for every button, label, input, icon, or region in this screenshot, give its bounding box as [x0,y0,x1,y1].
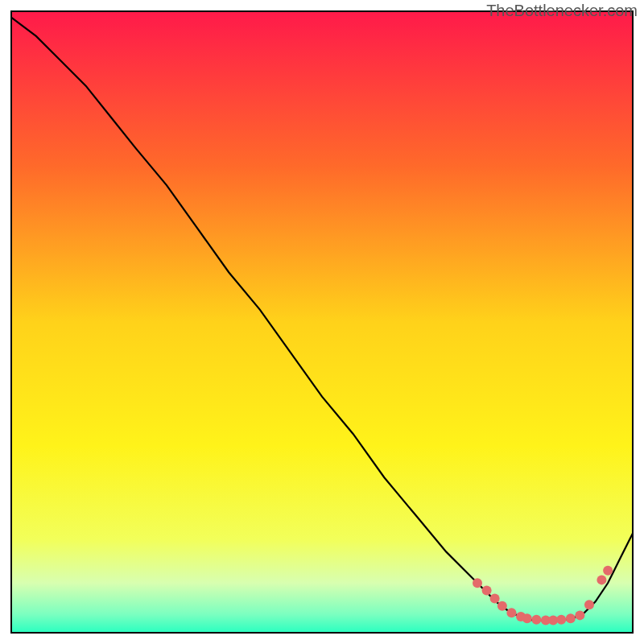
data-marker [473,578,482,588]
data-marker [482,586,492,596]
data-marker [603,566,613,576]
data-marker [490,594,500,604]
data-marker [597,575,606,584]
data-marker [575,610,584,620]
data-marker [522,613,532,623]
data-marker [584,600,594,609]
data-marker [506,608,516,617]
data-marker [531,615,541,625]
data-marker [497,601,507,611]
data-marker [556,615,566,625]
data-marker [566,613,576,623]
attribution-label: TheBottlenecker.com [486,2,638,20]
chart-svg [0,0,644,644]
chart-container: TheBottlenecker.com [0,0,644,644]
gradient-background [11,11,633,633]
